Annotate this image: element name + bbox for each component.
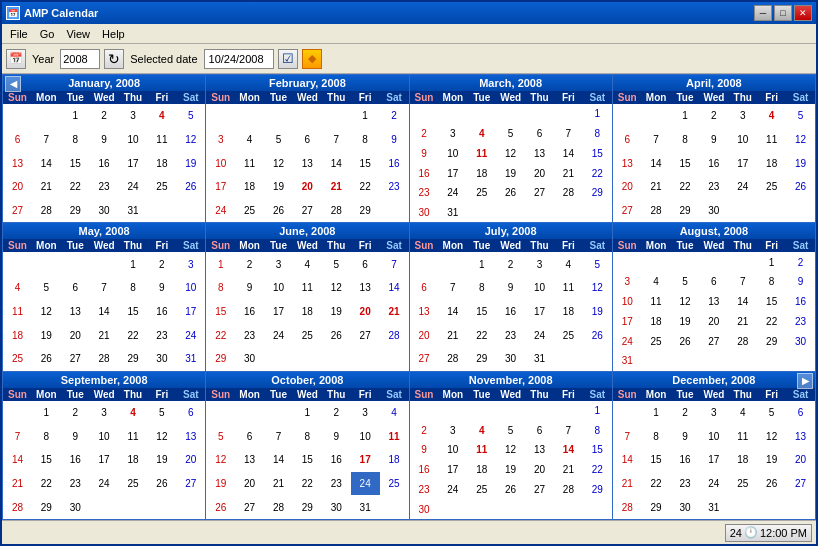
day-cell[interactable]: 28	[438, 347, 467, 371]
day-cell[interactable]: 9	[786, 272, 815, 292]
day-cell[interactable]: 5	[757, 401, 786, 425]
day-cell[interactable]: 28	[264, 495, 293, 519]
day-cell[interactable]: 22	[642, 472, 671, 496]
day-cell[interactable]: 8	[206, 276, 235, 300]
day-cell[interactable]: 30	[671, 495, 700, 519]
day-cell[interactable]: 26	[583, 323, 612, 347]
day-cell[interactable]: 10	[699, 424, 728, 448]
day-cell[interactable]: 23	[671, 472, 700, 496]
day-cell[interactable]: 26	[496, 480, 525, 500]
day-cell[interactable]: 7	[264, 424, 293, 448]
day-cell[interactable]: 8	[642, 424, 671, 448]
day-cell[interactable]: 31	[176, 347, 205, 371]
day-cell[interactable]: 30	[410, 203, 439, 223]
day-cell[interactable]: 2	[671, 401, 700, 425]
day-cell[interactable]: 5	[786, 104, 815, 128]
day-cell[interactable]: 27	[176, 472, 205, 496]
day-cell[interactable]: 9	[147, 276, 176, 300]
day-cell[interactable]: 21	[728, 311, 757, 331]
day-cell[interactable]: 12	[147, 424, 176, 448]
day-cell[interactable]: 14	[728, 292, 757, 312]
day-cell[interactable]: 11	[380, 424, 409, 448]
day-cell[interactable]: 20	[410, 323, 439, 347]
day-cell[interactable]: 6	[410, 276, 439, 300]
day-cell[interactable]: 5	[322, 252, 351, 276]
day-cell[interactable]: 24	[176, 323, 205, 347]
day-cell[interactable]: 29	[583, 480, 612, 500]
day-cell[interactable]: 2	[147, 252, 176, 276]
day-cell[interactable]: 16	[61, 448, 90, 472]
day-cell[interactable]: 13	[235, 448, 264, 472]
day-cell[interactable]: 1	[119, 252, 148, 276]
day-cell[interactable]: 18	[293, 300, 322, 324]
day-cell[interactable]: 16	[322, 448, 351, 472]
minimize-button[interactable]: ─	[754, 5, 772, 21]
day-cell[interactable]: 3	[90, 401, 119, 425]
day-cell[interactable]: 14	[322, 151, 351, 175]
day-cell[interactable]: 29	[351, 199, 380, 223]
day-cell[interactable]: 12	[786, 128, 815, 152]
day-cell[interactable]: 5	[32, 276, 61, 300]
day-cell[interactable]: 12	[496, 440, 525, 460]
day-cell[interactable]: 15	[757, 292, 786, 312]
day-cell[interactable]: 28	[3, 495, 32, 519]
day-cell[interactable]: 26	[786, 175, 815, 199]
day-cell[interactable]: 30	[699, 199, 728, 223]
day-cell[interactable]: 25	[293, 323, 322, 347]
day-cell[interactable]: 6	[176, 401, 205, 425]
day-cell[interactable]: 8	[293, 424, 322, 448]
day-cell[interactable]: 2	[699, 104, 728, 128]
day-cell[interactable]: 10	[351, 424, 380, 448]
day-cell[interactable]: 26	[147, 472, 176, 496]
day-cell[interactable]: 24	[699, 472, 728, 496]
day-cell[interactable]: 18	[380, 448, 409, 472]
day-cell[interactable]: 16	[671, 448, 700, 472]
day-cell[interactable]: 31	[699, 495, 728, 519]
day-cell[interactable]: 4	[235, 128, 264, 152]
day-cell[interactable]: 29	[467, 347, 496, 371]
day-cell[interactable]: 20	[176, 448, 205, 472]
day-cell[interactable]: 15	[583, 440, 612, 460]
day-cell[interactable]: 14	[554, 143, 583, 163]
day-cell[interactable]: 23	[786, 311, 815, 331]
day-cell[interactable]: 16	[699, 151, 728, 175]
day-cell[interactable]: 13	[351, 276, 380, 300]
day-cell[interactable]: 24	[206, 199, 235, 223]
day-cell[interactable]: 13	[3, 151, 32, 175]
day-cell[interactable]: 7	[613, 424, 642, 448]
day-cell[interactable]: 20	[3, 175, 32, 199]
day-cell[interactable]: 20	[351, 300, 380, 324]
day-cell[interactable]: 17	[119, 151, 148, 175]
day-cell[interactable]: 13	[293, 151, 322, 175]
day-cell[interactable]: 15	[671, 151, 700, 175]
day-cell[interactable]: 23	[410, 480, 439, 500]
day-cell[interactable]: 4	[380, 401, 409, 425]
day-cell[interactable]: 7	[380, 252, 409, 276]
day-cell[interactable]: 26	[206, 495, 235, 519]
day-cell[interactable]: 14	[90, 300, 119, 324]
day-cell[interactable]: 25	[467, 480, 496, 500]
day-cell[interactable]: 20	[786, 448, 815, 472]
day-cell[interactable]: 16	[380, 151, 409, 175]
day-cell[interactable]: 17	[206, 175, 235, 199]
day-cell[interactable]: 13	[786, 424, 815, 448]
day-cell[interactable]: 1	[351, 104, 380, 128]
day-cell[interactable]: 14	[32, 151, 61, 175]
day-cell[interactable]: 8	[583, 124, 612, 144]
day-cell[interactable]: 6	[786, 401, 815, 425]
day-cell[interactable]: 4	[147, 104, 176, 128]
day-cell[interactable]: 9	[235, 276, 264, 300]
day-cell[interactable]: 6	[3, 128, 32, 152]
day-cell[interactable]: 31	[119, 199, 148, 223]
day-cell[interactable]: 5	[264, 128, 293, 152]
day-cell[interactable]: 14	[3, 448, 32, 472]
day-cell[interactable]: 30	[235, 347, 264, 371]
day-cell[interactable]: 5	[671, 272, 700, 292]
day-cell[interactable]: 21	[322, 175, 351, 199]
day-cell[interactable]: 15	[61, 151, 90, 175]
day-cell[interactable]: 19	[496, 460, 525, 480]
day-cell[interactable]: 22	[583, 163, 612, 183]
day-cell[interactable]: 14	[380, 276, 409, 300]
day-cell[interactable]: 27	[293, 199, 322, 223]
day-cell[interactable]: 24	[613, 331, 642, 351]
